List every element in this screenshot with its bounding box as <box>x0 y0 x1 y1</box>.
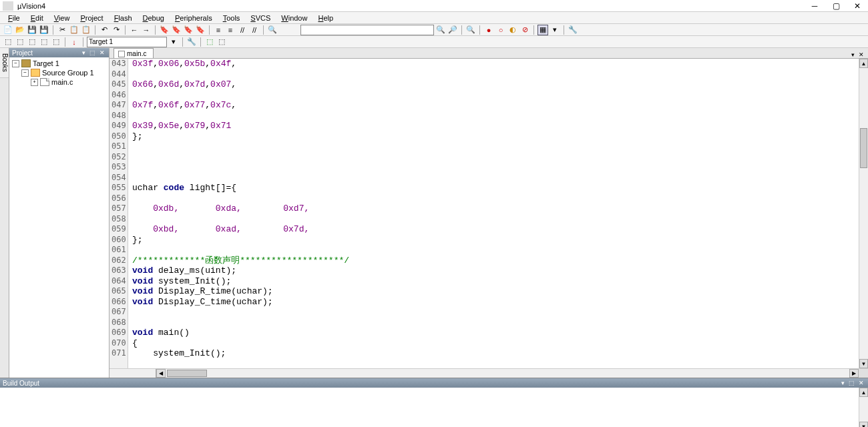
comment-icon[interactable]: // <box>237 25 248 35</box>
code-line[interactable] <box>132 193 859 204</box>
tree-file-node[interactable]: + main.c <box>9 77 109 87</box>
code-line[interactable]: void Display_C_time(uchar); <box>132 297 859 308</box>
new-file-icon[interactable]: 📄 <box>3 25 13 35</box>
code-line[interactable]: { <box>132 338 859 349</box>
code-line[interactable] <box>132 307 859 318</box>
breakpoint-icon[interactable]: ● <box>483 25 494 35</box>
code-line[interactable] <box>132 111 859 121</box>
editor-tab-mainc[interactable]: main.c <box>114 48 154 58</box>
code-line[interactable] <box>132 173 859 183</box>
target-options-icon[interactable]: 🔧 <box>186 37 197 47</box>
menu-debug[interactable]: Debug <box>138 14 170 22</box>
stop-build-icon[interactable]: ⬚ <box>51 37 61 47</box>
code-line[interactable]: 0x7f,0x6f,0x77,0x7c, <box>132 100 859 111</box>
breakpoint-disable-icon[interactable]: ◐ <box>507 25 518 35</box>
menu-view[interactable]: View <box>49 14 75 22</box>
code-line[interactable]: system_Init(); <box>132 348 859 359</box>
menu-file[interactable]: File <box>3 14 25 22</box>
code-line[interactable] <box>132 69 859 80</box>
code-line[interactable]: void system_Init(); <box>132 276 859 287</box>
code-line[interactable] <box>132 141 859 152</box>
doc-tab-splitter[interactable] <box>110 369 156 378</box>
scroll-thumb[interactable] <box>167 370 207 377</box>
code-line[interactable]: 0x3f,0x06,0x5b,0x4f, <box>132 59 859 69</box>
close-button[interactable]: ✕ <box>849 1 865 11</box>
undo-icon[interactable]: ↶ <box>99 25 110 35</box>
panel-dropdown-icon[interactable]: ▾ <box>81 49 87 56</box>
code-line[interactable]: 0x66,0x6d,0x7d,0x07, <box>132 79 859 90</box>
code-line[interactable] <box>132 245 859 256</box>
editor-horizontal-scrollbar[interactable]: ◀ ▶ <box>110 368 868 378</box>
code-line[interactable]: 0xbd, 0xad, 0x7d, <box>132 224 859 235</box>
save-icon[interactable]: 💾 <box>27 25 37 35</box>
debug-icon[interactable]: 🔍 <box>465 25 476 35</box>
code-line[interactable] <box>132 318 859 328</box>
tree-target-node[interactable]: − Target 1 <box>9 59 109 68</box>
minimize-button[interactable]: ─ <box>807 1 823 11</box>
code-line[interactable]: uchar code light[]={ <box>132 183 859 193</box>
scroll-down-icon[interactable]: ▼ <box>859 422 868 427</box>
indent-right-icon[interactable]: ≡ <box>225 25 236 35</box>
bookmark-clear-icon[interactable]: 🔖 <box>195 25 206 35</box>
panel-pin-icon[interactable]: ⬚ <box>88 49 97 56</box>
tree-group-node[interactable]: − Source Group 1 <box>9 68 109 77</box>
indent-left-icon[interactable]: ≡ <box>213 25 224 35</box>
menu-edit[interactable]: Edit <box>25 14 49 22</box>
scroll-down-icon[interactable]: ▼ <box>859 359 868 368</box>
panel-dropdown-icon[interactable]: ▾ <box>840 380 846 386</box>
scroll-track[interactable] <box>859 68 868 359</box>
batch-build-icon[interactable]: ⬚ <box>39 37 49 47</box>
code-line[interactable]: 0xdb, 0xda, 0xd7, <box>132 203 859 214</box>
window-layout-icon[interactable]: ▦ <box>537 25 548 35</box>
paste-icon[interactable]: 📋 <box>81 25 91 35</box>
editor-body[interactable]: 0430440450460470480490500510520530540550… <box>110 59 868 368</box>
code-line[interactable]: void Display_R_time(uchar); <box>132 286 859 297</box>
menu-help[interactable]: Help <box>312 14 339 22</box>
file-ext-icon[interactable]: ⬚ <box>204 37 215 47</box>
code-view[interactable]: 0x3f,0x06,0x5b,0x4f, 0x66,0x6d,0x7d,0x07… <box>128 59 859 368</box>
editor-vertical-scrollbar[interactable]: ▲ ▼ <box>859 59 868 368</box>
scroll-up-icon[interactable]: ▲ <box>859 388 868 397</box>
code-line[interactable]: void main() <box>132 328 859 338</box>
configure-icon[interactable]: 🔧 <box>568 25 578 35</box>
scroll-up-icon[interactable]: ▲ <box>859 59 868 68</box>
panel-close-icon[interactable]: ✕ <box>857 380 865 386</box>
bookmark-prev-icon[interactable]: 🔖 <box>171 25 182 35</box>
bookmark-next-icon[interactable]: 🔖 <box>183 25 194 35</box>
bookmark-icon[interactable]: 🔖 <box>159 25 170 35</box>
project-tree[interactable]: − Target 1 − Source Group 1 + main.c <box>9 57 109 378</box>
menu-svcs[interactable]: SVCS <box>245 14 276 22</box>
manage-components-icon[interactable]: ⬚ <box>216 37 227 47</box>
find-in-files-icon[interactable]: 🔍 <box>267 25 278 35</box>
code-line[interactable] <box>132 162 859 173</box>
build-icon[interactable]: ⬚ <box>15 37 25 47</box>
scroll-thumb[interactable] <box>860 128 867 168</box>
breakpoint-kill-icon[interactable]: ⊘ <box>519 25 530 35</box>
redo-icon[interactable]: ↷ <box>111 25 122 35</box>
code-line[interactable]: 0x39,0x5e,0x79,0x71 <box>132 121 859 131</box>
open-file-icon[interactable]: 📂 <box>15 25 25 35</box>
rebuild-icon[interactable]: ⬚ <box>27 37 37 47</box>
menu-window[interactable]: Window <box>276 14 312 22</box>
expand-icon[interactable]: + <box>31 79 38 86</box>
panel-pin-icon[interactable]: ⬚ <box>847 380 856 386</box>
translate-icon[interactable]: ⬚ <box>3 37 13 47</box>
code-line[interactable] <box>132 152 859 163</box>
code-line[interactable]: }; <box>132 235 859 246</box>
build-output-body[interactable]: ▲ ▼ <box>0 388 868 427</box>
nav-back-icon[interactable]: ← <box>129 25 140 35</box>
find-icon[interactable]: 🔍 <box>435 25 446 35</box>
menu-project[interactable]: Project <box>75 14 108 22</box>
cut-icon[interactable]: ✂ <box>57 25 67 35</box>
scroll-track[interactable] <box>166 369 849 378</box>
save-all-icon[interactable]: 💾 <box>39 25 49 35</box>
sidebar-tab-books[interactable]: Books <box>0 48 9 78</box>
download-icon[interactable]: ↓ <box>69 37 79 47</box>
scroll-right-icon[interactable]: ▶ <box>849 369 859 378</box>
close-doc-icon[interactable]: ✕ <box>857 51 865 58</box>
build-vertical-scrollbar[interactable]: ▲ ▼ <box>859 388 868 427</box>
breakpoint-enable-icon[interactable]: ○ <box>495 25 506 35</box>
code-line[interactable]: /*************函数声明********************/ <box>132 256 859 266</box>
scroll-left-icon[interactable]: ◀ <box>156 369 166 378</box>
target-combo[interactable] <box>87 37 167 47</box>
